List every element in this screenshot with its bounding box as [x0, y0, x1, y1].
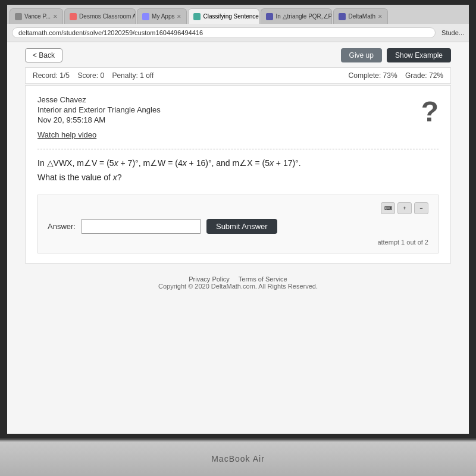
copyright-text: Copyright © 2020 DeltaMath.com. All Righ…	[37, 283, 439, 290]
problem-question: What is the value of x?	[37, 173, 122, 182]
attempt-text: attempt 1 out of 2	[48, 239, 428, 246]
terms-of-service-link[interactable]: Terms of Service	[239, 275, 287, 283]
question-mark-icon: ?	[421, 95, 439, 128]
answer-input[interactable]	[82, 219, 201, 234]
submit-answer-button[interactable]: Submit Answer	[206, 219, 277, 234]
macbook-bar: MacBook Air	[0, 440, 476, 476]
problem-text: In △VWX, m∠V = (5x + 7)°, m∠W = (4x + 16…	[37, 156, 439, 185]
tab-vance[interactable]: Vance P... ✕	[10, 8, 63, 24]
record-bar: Record: 1/5 Score: 0 Penalty: 1 off Comp…	[25, 67, 451, 84]
tab-desmos[interactable]: Desmos Classroom Ac... ✕	[64, 8, 136, 24]
keyboard-icon[interactable]: ⌨	[381, 202, 395, 214]
problem-card: Jesse Chavez Interior and Exterior Trian…	[25, 85, 451, 264]
macbook-label: MacBook Air	[211, 454, 265, 464]
tab-icon-classifying	[193, 13, 201, 20]
tab-close-myapps[interactable]: ✕	[177, 14, 181, 20]
tab-bar: Vance P... ✕ Desmos Classroom Ac... ✕ My…	[7, 5, 469, 24]
tab-icon-desmos	[70, 13, 77, 20]
tab-close-vance[interactable]: ✕	[53, 14, 58, 20]
tab-icon-vance	[15, 13, 22, 20]
tab-triangle[interactable]: In △triangle PQR,∠PQR ✕	[261, 8, 332, 24]
problem-equation: In △VWX, m∠V = (5x + 7)°, m∠W = (4x + 16…	[37, 158, 301, 168]
complete-grade-text: Complete: 73% Grade: 72%	[349, 71, 443, 80]
back-button[interactable]: < Back	[25, 48, 62, 62]
keyboard-icons: ⌨ + −	[48, 202, 428, 214]
minus-icon[interactable]: −	[414, 202, 428, 214]
answer-row: Answer: Submit Answer	[48, 219, 428, 234]
address-bar-row: deltamath.com/student/solve/12020259/cus…	[7, 24, 469, 42]
student-label: Stude...	[441, 29, 464, 36]
tab-classifying[interactable]: Classifying Sentences ✕	[188, 8, 259, 24]
record-text: Record: 1/5 Score: 0 Penalty: 1 off	[33, 71, 154, 80]
tab-deltamath[interactable]: DeltaMath ✕	[333, 8, 388, 24]
tab-myapps[interactable]: My Apps ✕	[137, 8, 187, 24]
top-controls: < Back Give up Show Example	[25, 48, 451, 62]
tab-icon-triangle	[266, 13, 273, 20]
privacy-policy-link[interactable]: Privacy Policy	[189, 275, 229, 283]
answer-label: Answer:	[48, 222, 76, 231]
problem-title: Interior and Exterior Triangle Angles	[37, 105, 439, 114]
problem-date: Nov 20, 9:55:18 AM	[37, 115, 439, 124]
divider	[37, 149, 439, 149]
watch-help-link[interactable]: Watch help video	[37, 130, 439, 139]
footer: Privacy Policy Terms of Service Copyrigh…	[25, 264, 451, 302]
show-example-button[interactable]: Show Example	[387, 48, 451, 62]
tab-icon-deltamath	[339, 13, 346, 20]
give-up-button[interactable]: Give up	[341, 48, 382, 62]
plus-icon[interactable]: +	[397, 202, 412, 214]
tab-icon-myapps	[142, 13, 149, 20]
tab-close-deltamath[interactable]: ✕	[378, 14, 383, 20]
answer-section: ⌨ + − Answer: Submit Answer attempt 1 ou…	[37, 195, 439, 253]
student-name: Jesse Chavez	[37, 95, 439, 104]
main-content: < Back Give up Show Example Record: 1/5 …	[7, 42, 469, 434]
footer-links: Privacy Policy Terms of Service	[37, 275, 439, 283]
address-bar[interactable]: deltamath.com/student/solve/12020259/cus…	[12, 27, 436, 38]
